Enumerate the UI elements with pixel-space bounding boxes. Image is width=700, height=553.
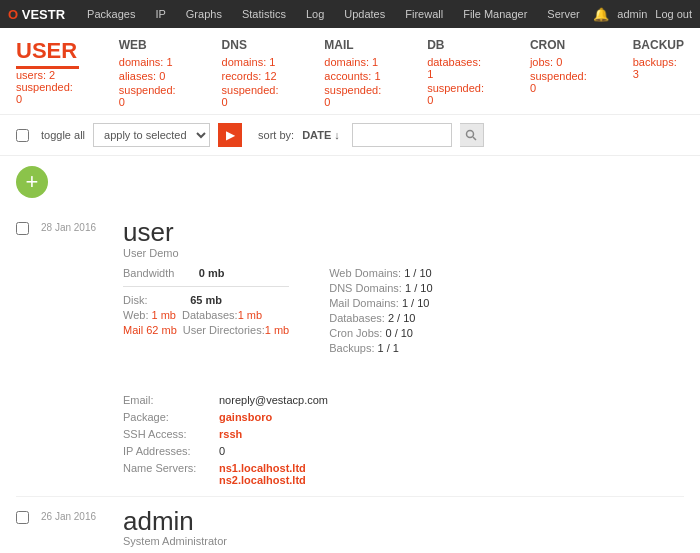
user-content-0: user User Demo Bandwidth 0 mb Disk: 65 m… <box>123 218 684 486</box>
user-row: 26 Jan 2016 admin System Administrator B… <box>16 497 684 553</box>
nav-admin-label: admin <box>617 8 647 20</box>
summary-dns-title: DNS <box>222 38 285 52</box>
user-mail-domains-0: Mail Domains: 1 / 10 <box>329 297 432 309</box>
summary-web-aliases: aliases: 0 <box>119 70 182 82</box>
summary-db-databases: databases: 1 <box>427 56 490 80</box>
user-bandwidth-0: Bandwidth 0 mb <box>123 267 289 279</box>
nav-log[interactable]: Log <box>296 0 334 28</box>
summary-suspended-count: suspended: 0 <box>16 81 79 105</box>
user-date-1: 26 Jan 2016 <box>41 511 111 522</box>
search-button[interactable] <box>460 123 484 147</box>
select-all-checkbox[interactable] <box>16 129 29 142</box>
user-desc-1: System Administrator <box>123 535 684 547</box>
user-list: 28 Jan 2016 user User Demo Bandwidth 0 m… <box>0 208 700 553</box>
nav-filemanager[interactable]: File Manager <box>453 0 537 28</box>
user-ssh-0: SSH Access: rssh <box>123 428 343 440</box>
summary-mail: MAIL domains: 1 accounts: 1 suspended: 0 <box>324 38 387 108</box>
summary-web-suspended: suspended: 0 <box>119 84 182 108</box>
summary-web: WEB domains: 1 aliases: 0 suspended: 0 <box>119 38 182 108</box>
summary-db-title: DB <box>427 38 490 52</box>
user-info-col-0: Email: noreply@vestacp.com Package: gain… <box>123 394 343 486</box>
user-web-domains-0: Web Domains: 1 / 10 <box>329 267 432 279</box>
summary-web-domains: domains: 1 <box>119 56 182 68</box>
user-disk-breakdown2-0: Mail 62 mb User Directories:1 mb <box>123 324 289 336</box>
summary-cron-title: CRON <box>530 38 593 52</box>
add-btn-container: + <box>0 156 700 208</box>
summary-cron: CRON jobs: 0 suspended: 0 <box>530 38 593 94</box>
user-backups-0: Backups: 1 / 1 <box>329 342 432 354</box>
user-stats-col-domains-0: Web Domains: 1 / 10 DNS Domains: 1 / 10 … <box>329 267 432 354</box>
toggle-all-label: toggle all <box>41 129 85 141</box>
apply-to-selected-dropdown[interactable]: apply to selected <box>93 123 210 147</box>
summary-cron-suspended: suspended: 0 <box>530 70 593 94</box>
summary-dns-suspended: suspended: 0 <box>222 84 285 108</box>
sort-date[interactable]: DATE ↓ <box>302 129 340 141</box>
nav-links: Packages IP Graphs Statistics Log Update… <box>77 0 593 28</box>
user-stats-0: Bandwidth 0 mb Disk: 65 mb Web: 1 mb Dat… <box>123 267 684 486</box>
user-date-0: 28 Jan 2016 <box>41 222 111 233</box>
summary-title: USER <box>16 38 79 69</box>
summary-dns-records: records: 12 <box>222 70 285 82</box>
user-ip-0: IP Addresses: 0 <box>123 445 343 457</box>
summary-db: DB databases: 1 suspended: 0 <box>427 38 490 106</box>
nav-right: 🔔 admin Log out <box>593 7 692 22</box>
user-content-1: admin System Administrator Bandwidth 35 … <box>123 507 684 553</box>
user-checkbox-0[interactable] <box>16 222 29 235</box>
user-databases-count-0: Databases: 2 / 10 <box>329 312 432 324</box>
user-disk-0: Disk: 65 mb <box>123 294 289 306</box>
user-disk-breakdown-0: Web: 1 mb Databases:1 mb <box>123 309 289 321</box>
user-stats-col-resources-0: Bandwidth 0 mb Disk: 65 mb Web: 1 mb Dat… <box>123 267 289 354</box>
user-cron-0: Cron Jobs: 0 / 10 <box>329 327 432 339</box>
logout-button[interactable]: Log out <box>655 8 692 20</box>
summary-mail-title: MAIL <box>324 38 387 52</box>
svg-line-1 <box>473 137 476 140</box>
user-ns-0: Name Servers: ns1.localhost.ltd ns2.loca… <box>123 462 343 486</box>
user-checkbox-1[interactable] <box>16 511 29 524</box>
user-email-0: Email: noreply@vestacp.com <box>123 394 343 406</box>
summary-mail-domains: domains: 1 <box>324 56 387 68</box>
summary-user-section: USER users: 2 suspended: 0 <box>16 38 79 105</box>
apply-button[interactable]: ▶ <box>218 123 242 147</box>
summary-backup-count: backups: 3 <box>633 56 684 80</box>
nav-graphs[interactable]: Graphs <box>176 0 232 28</box>
user-name-1[interactable]: admin <box>123 507 684 536</box>
summary-dns: DNS domains: 1 records: 12 suspended: 0 <box>222 38 285 108</box>
top-nav: O VESTR Packages IP Graphs Statistics Lo… <box>0 0 700 28</box>
toolbar: toggle all apply to selected ▶ sort by: … <box>0 115 700 156</box>
logo: O VESTR <box>8 7 65 22</box>
logo-prefix: O <box>8 7 18 22</box>
user-dns-domains-0: DNS Domains: 1 / 10 <box>329 282 432 294</box>
add-user-button[interactable]: + <box>16 166 48 198</box>
summary-bar: USER users: 2 suspended: 0 WEB domains: … <box>0 28 700 115</box>
user-package-0: Package: gainsboro <box>123 411 343 423</box>
summary-mail-accounts: accounts: 1 <box>324 70 387 82</box>
user-desc-0: User Demo <box>123 247 684 259</box>
summary-dns-domains: domains: 1 <box>222 56 285 68</box>
sort-label: sort by: <box>258 129 294 141</box>
nav-firewall[interactable]: Firewall <box>395 0 453 28</box>
nav-server[interactable]: Server <box>537 0 589 28</box>
nav-updates[interactable]: Updates <box>334 0 395 28</box>
summary-db-suspended: suspended: 0 <box>427 82 490 106</box>
search-input[interactable] <box>352 123 452 147</box>
summary-mail-suspended: suspended: 0 <box>324 84 387 108</box>
summary-cron-jobs: jobs: 0 <box>530 56 593 68</box>
svg-point-0 <box>467 131 474 138</box>
nav-ip[interactable]: IP <box>145 0 175 28</box>
nav-packages[interactable]: Packages <box>77 0 145 28</box>
nav-statistics[interactable]: Statistics <box>232 0 296 28</box>
summary-users-count: users: 2 <box>16 69 79 81</box>
bell-icon: 🔔 <box>593 7 609 22</box>
summary-backup: BACKUP backups: 3 <box>633 38 684 80</box>
user-row: 28 Jan 2016 user User Demo Bandwidth 0 m… <box>16 208 684 497</box>
user-name-0[interactable]: user <box>123 218 684 247</box>
summary-backup-title: BACKUP <box>633 38 684 52</box>
search-icon <box>465 129 477 141</box>
summary-web-title: WEB <box>119 38 182 52</box>
